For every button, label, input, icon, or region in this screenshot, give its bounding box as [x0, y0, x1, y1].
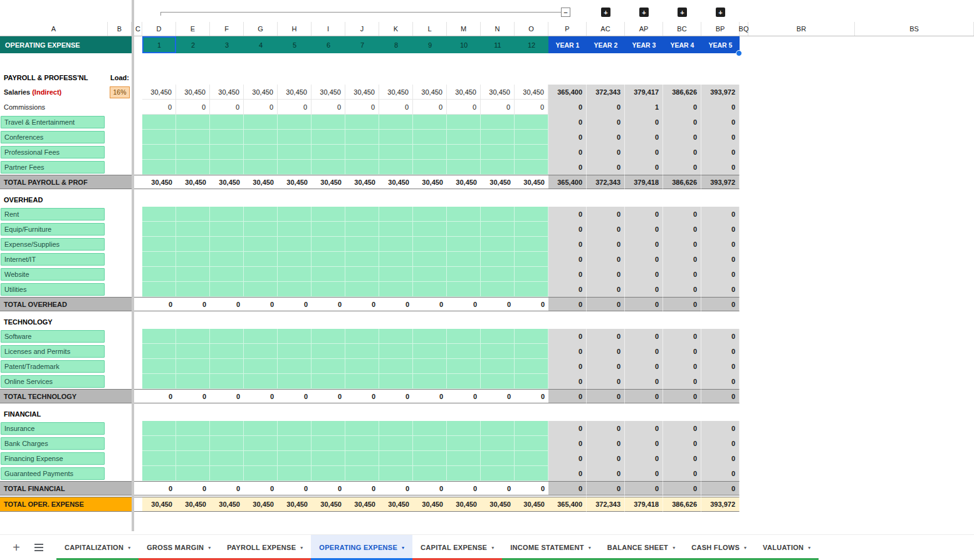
input-label-pill[interactable]: Expense/Supplies [1, 238, 105, 251]
month-input-cell[interactable] [345, 329, 379, 344]
empty-cell[interactable] [134, 252, 142, 267]
input-label-pill[interactable]: Online Services [1, 375, 105, 388]
year-value-cell[interactable]: 0 [701, 130, 740, 145]
empty-cell[interactable] [108, 329, 132, 344]
month-input-cell[interactable] [176, 160, 210, 175]
year-value-cell[interactable]: 0 [587, 374, 625, 389]
column-header-I[interactable]: I [312, 22, 345, 36]
year-value-cell[interactable]: 0 [701, 421, 740, 436]
column-header-H[interactable]: H [278, 22, 312, 36]
month-input-cell[interactable] [142, 252, 176, 267]
month-input-cell[interactable] [447, 436, 481, 451]
empty-cell[interactable] [855, 267, 974, 282]
month-input-cell[interactable] [481, 329, 515, 344]
month-input-cell[interactable] [481, 252, 515, 267]
month-header-cell[interactable]: 11 [481, 36, 515, 53]
empty-cell[interactable] [740, 160, 748, 175]
month-total-cell[interactable]: 30,450 [278, 175, 312, 189]
row-label-cell[interactable]: Partner Fees [0, 160, 108, 175]
year-value-cell[interactable]: 0 [663, 466, 701, 481]
month-input-cell[interactable] [142, 130, 176, 145]
month-input-cell[interactable] [413, 374, 447, 389]
month-input-cell[interactable] [312, 267, 345, 282]
month-input-cell[interactable] [481, 267, 515, 282]
year-total-cell[interactable]: 379,418 [625, 497, 663, 512]
month-input-cell[interactable] [447, 282, 481, 297]
row-label-cell[interactable]: Commissions [0, 100, 108, 115]
tab-dropdown-icon[interactable]: ▾ [402, 545, 404, 551]
empty-cell[interactable] [108, 451, 132, 466]
year-value-cell[interactable]: 0 [663, 359, 701, 374]
empty-cell[interactable] [134, 100, 142, 115]
month-total-cell[interactable]: 30,450 [413, 497, 447, 512]
empty-cell[interactable] [748, 297, 855, 311]
empty-cell[interactable] [740, 207, 748, 222]
empty-cell[interactable] [587, 192, 625, 207]
year-value-cell[interactable]: 0 [548, 100, 587, 115]
year-value-cell[interactable]: 0 [548, 344, 587, 359]
month-input-cell[interactable] [312, 374, 345, 389]
year-value-cell[interactable]: 0 [663, 100, 701, 115]
empty-cell[interactable] [210, 70, 244, 85]
month-total-cell[interactable]: 0 [515, 297, 548, 311]
month-input-cell[interactable] [176, 145, 210, 160]
empty-cell[interactable] [481, 70, 515, 85]
month-input-cell[interactable] [278, 451, 312, 466]
empty-cell[interactable] [855, 192, 974, 207]
empty-cell[interactable] [855, 237, 974, 252]
empty-cell[interactable] [855, 175, 974, 189]
year-value-cell[interactable]: 0 [548, 160, 587, 175]
month-input-cell[interactable] [278, 466, 312, 481]
month-total-cell[interactable]: 0 [515, 389, 548, 403]
month-input-cell[interactable] [244, 160, 278, 175]
empty-cell[interactable] [134, 359, 142, 374]
month-input-cell[interactable] [210, 252, 244, 267]
month-input-cell[interactable] [413, 222, 447, 237]
input-label-pill[interactable]: Internet/IT [1, 253, 105, 266]
month-input-cell[interactable] [176, 252, 210, 267]
month-input-cell[interactable] [312, 237, 345, 252]
month-total-cell[interactable]: 30,450 [379, 497, 413, 512]
month-total-cell[interactable]: 0 [515, 481, 548, 495]
month-input-cell[interactable] [244, 207, 278, 222]
sheet-tab-cash-flows[interactable]: CASH FLOWS▾ [683, 535, 755, 560]
month-total-cell[interactable]: 30,450 [481, 175, 515, 189]
month-input-cell[interactable] [244, 237, 278, 252]
empty-cell[interactable] [108, 160, 132, 175]
empty-cell[interactable] [481, 407, 515, 421]
empty-cell[interactable] [855, 389, 974, 403]
month-input-cell[interactable] [312, 436, 345, 451]
input-label-pill[interactable]: Travel & Entertainment [1, 116, 105, 128]
year-value-cell[interactable]: 0 [587, 237, 625, 252]
month-total-cell[interactable]: 30,450 [515, 497, 548, 512]
month-input-cell[interactable] [413, 115, 447, 130]
empty-cell[interactable] [134, 115, 142, 130]
month-input-cell[interactable] [142, 160, 176, 175]
month-input-cell[interactable] [244, 267, 278, 282]
month-input-cell[interactable] [176, 207, 210, 222]
empty-cell[interactable] [740, 192, 748, 207]
empty-cell[interactable] [740, 359, 748, 374]
month-input-cell[interactable] [312, 207, 345, 222]
month-input-cell[interactable] [413, 451, 447, 466]
empty-cell[interactable] [748, 207, 855, 222]
empty-cell[interactable] [515, 70, 548, 85]
year-header-cell[interactable]: YEAR 5 [701, 36, 740, 53]
month-input-cell[interactable] [278, 344, 312, 359]
month-input-cell[interactable] [176, 344, 210, 359]
year-value-cell[interactable]: 0 [663, 374, 701, 389]
empty-cell[interactable] [210, 192, 244, 207]
month-input-cell[interactable] [210, 466, 244, 481]
month-input-cell[interactable] [413, 160, 447, 175]
year-value-cell[interactable]: 0 [587, 451, 625, 466]
empty-cell[interactable] [244, 70, 278, 85]
empty-cell[interactable] [855, 466, 974, 481]
empty-cell[interactable] [413, 407, 447, 421]
month-input-cell[interactable] [244, 344, 278, 359]
month-input-cell[interactable] [345, 237, 379, 252]
empty-cell[interactable] [740, 130, 748, 145]
month-input-cell[interactable] [447, 207, 481, 222]
month-input-cell[interactable] [278, 222, 312, 237]
year-value-cell[interactable]: 0 [587, 344, 625, 359]
year-value-cell[interactable]: 0 [587, 222, 625, 237]
